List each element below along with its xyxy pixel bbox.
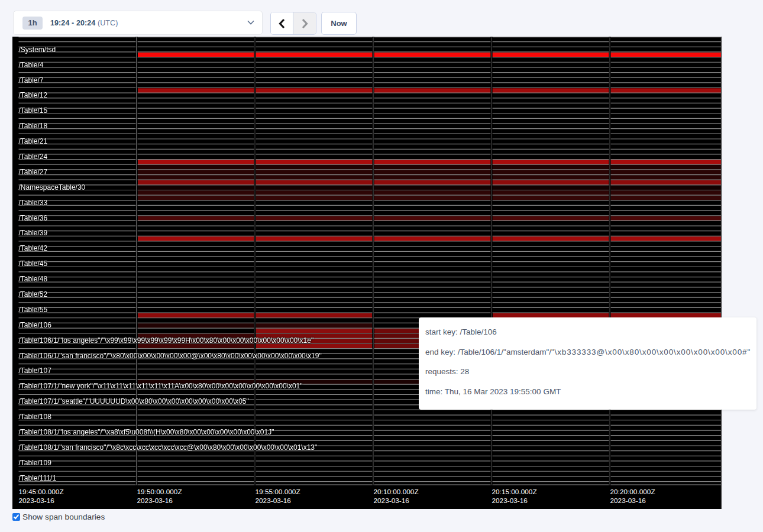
svg-text:/Table/45: /Table/45 [19,259,48,268]
svg-text:/System/tsd: /System/tsd [19,46,56,54]
svg-text:/Table/111/1: /Table/111/1 [19,474,57,482]
svg-text:/Table/107/1/"seattle"/"UUUUUU: /Table/107/1/"seattle"/"UUUUUUD\x00\x80\… [19,397,249,406]
svg-text:2023-03-16: 2023-03-16 [137,497,173,505]
svg-text:/Table/108/1/"san francisco"/": /Table/108/1/"san francisco"/"\x8c\xcc\x… [19,443,318,452]
svg-text:/Table/4: /Table/4 [19,61,44,69]
svg-text:/Table/24: /Table/24 [19,153,48,161]
svg-text:20:15:00.000Z: 20:15:00.000Z [492,488,537,496]
svg-text:/Table/52: /Table/52 [19,290,48,299]
svg-text:19:55:00.000Z: 19:55:00.000Z [256,488,300,496]
svg-text:/Table/12: /Table/12 [19,91,48,99]
svg-text:/Table/27: /Table/27 [19,168,48,176]
svg-text:/Table/42: /Table/42 [19,244,48,252]
svg-text:19:45:00.000Z: 19:45:00.000Z [19,488,64,496]
svg-text:2023-03-16: 2023-03-16 [19,497,55,505]
svg-text:/Table/106/1/"los angeles"/"\x: /Table/106/1/"los angeles"/"\x99\x99\x99… [19,336,314,345]
svg-text:/Table/109: /Table/109 [19,459,52,467]
svg-text:/Table/21: /Table/21 [19,137,48,145]
svg-text:/Table/55: /Table/55 [19,306,48,314]
svg-text:20:20:00.000Z: 20:20:00.000Z [610,488,655,496]
svg-text:2023-03-16: 2023-03-16 [492,497,528,505]
svg-text:/Table/7: /Table/7 [19,76,44,85]
svg-text:/Table/108: /Table/108 [19,413,52,421]
svg-text:2023-03-16: 2023-03-16 [374,497,410,505]
svg-text:2023-03-16: 2023-03-16 [610,497,646,505]
svg-text:/Table/36: /Table/36 [19,214,48,222]
svg-text:/Table/18: /Table/18 [19,122,48,130]
svg-text:/Table/106: /Table/106 [19,321,52,329]
svg-text:/Table/108/1/"los angeles"/"\x: /Table/108/1/"los angeles"/"\xa8\xf5\u00… [19,428,274,436]
svg-text:/Table/15: /Table/15 [19,106,48,115]
svg-text:/Table/107: /Table/107 [19,366,52,375]
svg-text:2023-03-16: 2023-03-16 [256,497,292,505]
svg-text:/Table/33: /Table/33 [19,199,48,207]
svg-text:20:10:00.000Z: 20:10:00.000Z [374,488,419,496]
svg-text:/NamespaceTable/30: /NamespaceTable/30 [19,183,86,192]
svg-text:19:50:00.000Z: 19:50:00.000Z [137,488,182,496]
svg-text:/Table/107/1/"new york"/"\x11\: /Table/107/1/"new york"/"\x11\x11\x11\x1… [19,382,303,390]
svg-text:/Table/48: /Table/48 [19,275,48,283]
svg-text:/Table/39: /Table/39 [19,229,48,237]
svg-text:/Table/106/1/"san francisco"/": /Table/106/1/"san francisco"/"\x80\x00\x… [19,352,322,360]
